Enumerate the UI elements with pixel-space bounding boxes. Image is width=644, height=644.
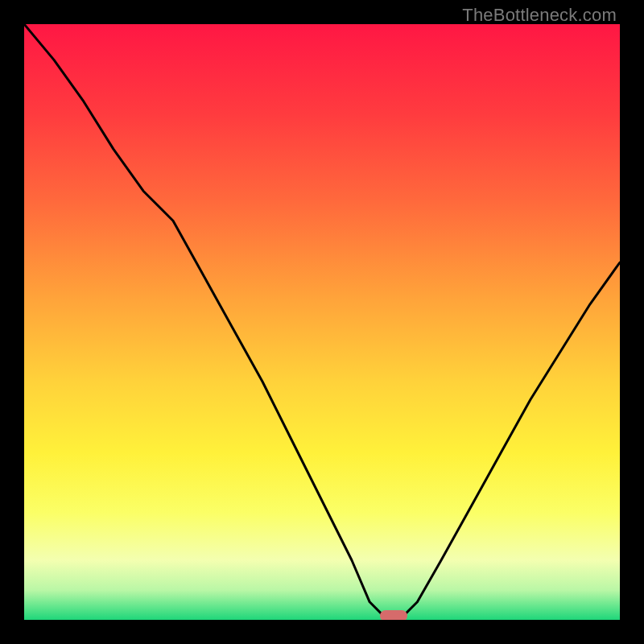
optimal-marker xyxy=(380,610,407,620)
chart-frame: TheBottleneck.com xyxy=(0,0,644,644)
watermark-text: TheBottleneck.com xyxy=(462,5,617,26)
plot-area xyxy=(24,24,620,620)
bottleneck-curve xyxy=(24,24,620,620)
